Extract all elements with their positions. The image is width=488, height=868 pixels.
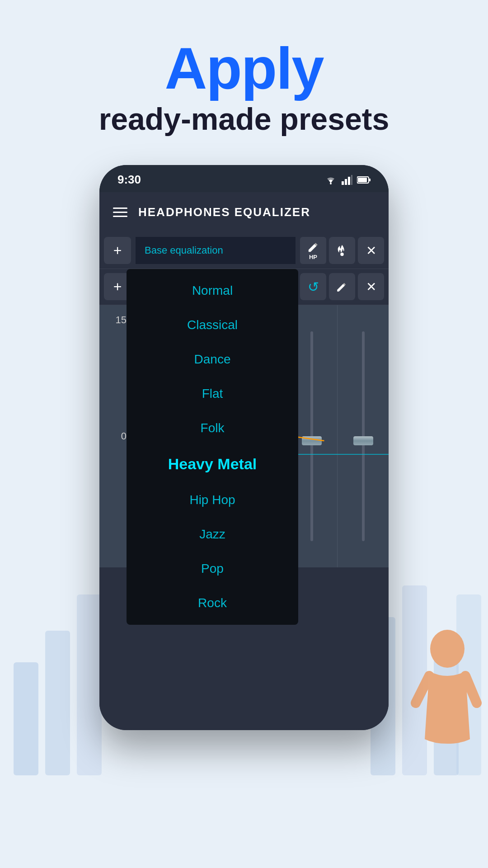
track-close-button-2[interactable]: ✕	[358, 273, 384, 300]
preset-item-classical[interactable]: Classical	[127, 308, 298, 342]
fire-button[interactable]	[329, 237, 355, 264]
close-icon-1: ✕	[366, 243, 376, 258]
phone-wrapper: 9:30	[0, 165, 488, 730]
track-name-1: Base equalization	[145, 245, 223, 256]
preset-item-rock[interactable]: Rock	[127, 586, 298, 620]
preset-dropdown: Normal Classical Dance Flat Folk Heavy M…	[127, 269, 298, 625]
header-section: Apply ready-made presets	[0, 0, 488, 165]
phone-frame: 9:30	[99, 165, 389, 730]
svg-rect-15	[369, 179, 371, 181]
app-content: + Base equalization HP	[99, 233, 389, 730]
battery-icon	[357, 176, 371, 184]
svg-rect-14	[358, 178, 367, 182]
undo-button[interactable]: ↺	[300, 273, 326, 300]
signal-icon	[342, 175, 352, 185]
wifi-icon	[324, 175, 337, 185]
menu-button[interactable]	[113, 208, 127, 217]
track-actions-1: HP ✕	[300, 237, 384, 264]
hp-pencil-button[interactable]: HP	[300, 237, 326, 264]
preset-item-heavymetal[interactable]: Heavy Metal	[127, 445, 298, 483]
eq-scale-zero: 0	[104, 430, 127, 442]
track-add-button-1[interactable]: +	[104, 237, 131, 264]
preset-item-hiphop[interactable]: Hip Hop	[127, 483, 298, 517]
status-icons	[324, 175, 371, 185]
eq-scale-top: 15	[104, 314, 127, 326]
status-time: 9:30	[117, 173, 141, 187]
fire-icon	[336, 244, 348, 257]
hp-text: HP	[309, 254, 317, 260]
preset-item-normal[interactable]: Normal	[127, 274, 298, 308]
track-name-area-1: Base equalization	[136, 237, 296, 264]
preset-item-pop[interactable]: Pop	[127, 552, 298, 586]
pencil-button-2[interactable]	[329, 273, 355, 300]
status-bar: 9:30	[99, 165, 389, 192]
page-subtitle: ready-made presets	[99, 101, 389, 138]
pencil-hp-icon	[307, 241, 319, 254]
svg-rect-11	[348, 177, 350, 185]
preset-item-jazz[interactable]: Jazz	[127, 517, 298, 552]
preset-item-dance[interactable]: Dance	[127, 342, 298, 377]
svg-rect-9	[342, 181, 344, 185]
svg-point-8	[330, 183, 332, 184]
svg-rect-12	[351, 175, 352, 185]
svg-rect-10	[345, 179, 347, 185]
slider-thumb-5[interactable]	[353, 436, 373, 445]
page-title: Apply	[164, 36, 323, 101]
preset-item-flat[interactable]: Flat	[127, 377, 298, 411]
track-actions-2: ↺ ✕	[300, 273, 384, 300]
track-row-1: + Base equalization HP	[99, 233, 389, 269]
eq-column-5	[337, 305, 389, 567]
app-title: HEADPHONES EQUALIZER	[138, 205, 310, 219]
undo-icon: ↺	[308, 279, 319, 295]
preset-item-folk[interactable]: Folk	[127, 411, 298, 445]
svg-point-16	[340, 253, 343, 256]
pencil-icon-2	[336, 280, 348, 293]
slider-thumb-4[interactable]	[302, 436, 322, 445]
track-close-button-1[interactable]: ✕	[358, 237, 384, 264]
close-icon-2: ✕	[366, 279, 376, 294]
app-bar: HEADPHONES EQUALIZER	[99, 192, 389, 233]
